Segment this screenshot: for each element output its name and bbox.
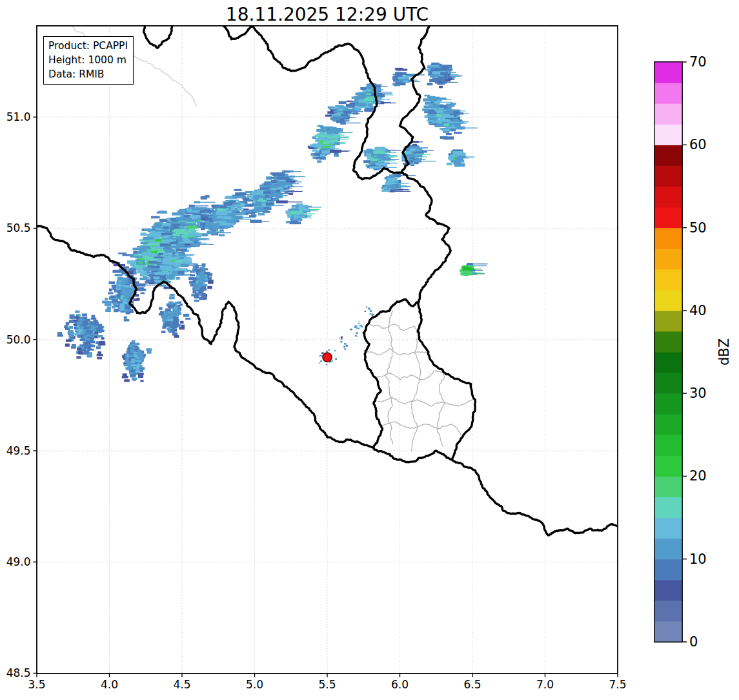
map-content xyxy=(37,24,619,674)
echo-cell xyxy=(159,307,163,310)
echo-cell xyxy=(86,330,92,333)
echo-cell xyxy=(440,108,445,110)
echo-cell xyxy=(140,380,143,382)
echo-cell xyxy=(403,80,409,83)
echo-cell xyxy=(179,257,184,259)
echo-cell xyxy=(366,307,367,308)
echo-cell xyxy=(165,309,171,312)
echo-cell xyxy=(91,318,97,320)
echo-streak xyxy=(186,236,192,236)
canton-border xyxy=(381,422,462,435)
echo-cell xyxy=(205,218,214,221)
echo-cell xyxy=(160,243,171,247)
echo-cell xyxy=(168,302,174,305)
echo-cell xyxy=(358,321,359,322)
map-plot xyxy=(37,26,618,674)
echo-cell xyxy=(188,277,194,280)
echo-streak xyxy=(287,201,303,202)
echo-streak xyxy=(394,183,409,184)
echo-cell xyxy=(107,307,112,309)
echo-cell xyxy=(199,297,205,300)
echo-cell xyxy=(127,291,131,293)
echo-cell xyxy=(443,129,450,132)
echo-cell xyxy=(398,77,405,79)
radar-echoes xyxy=(57,63,488,382)
echo-cell xyxy=(176,217,187,220)
echo-cell xyxy=(79,326,84,329)
country-border xyxy=(144,24,174,48)
echo-cell xyxy=(393,189,397,191)
echo-cell xyxy=(389,174,395,176)
echo-streak xyxy=(347,107,358,108)
echo-cell xyxy=(126,307,131,309)
echo-cell xyxy=(169,296,175,299)
info-box-height: Height: 1000 m xyxy=(48,53,128,67)
echo-cell xyxy=(146,348,152,351)
echo-cell xyxy=(130,374,136,376)
echo-cell xyxy=(136,370,141,373)
echo-streak xyxy=(231,203,240,204)
echo-cell xyxy=(116,274,122,276)
echo-cell xyxy=(359,325,361,327)
echo-cell xyxy=(361,87,367,90)
echo-cell xyxy=(85,319,90,322)
echo-cell xyxy=(70,317,76,319)
echo-cell xyxy=(271,180,278,183)
echo-streak xyxy=(329,130,340,131)
echo-cell xyxy=(341,338,343,339)
echo-cell xyxy=(321,352,323,354)
echo-streak xyxy=(445,106,454,107)
echo-cell xyxy=(143,276,147,278)
colorbar-segment xyxy=(654,103,682,125)
echo-cell xyxy=(179,327,185,330)
echo-cell xyxy=(89,345,95,347)
echo-cell xyxy=(339,101,347,105)
gridlines xyxy=(37,26,618,674)
echo-cell xyxy=(320,127,329,129)
echo-cell xyxy=(440,72,448,75)
echo-cell xyxy=(405,154,415,158)
colorbar-segment xyxy=(654,124,682,145)
echo-cell xyxy=(147,234,156,236)
echo-cell xyxy=(169,278,173,280)
echo-cell xyxy=(229,220,238,222)
echo-cell xyxy=(320,360,322,362)
echo-cell xyxy=(113,302,117,305)
echo-cell xyxy=(448,78,452,80)
echo-cell xyxy=(247,195,254,198)
echo-cell xyxy=(332,360,333,361)
echo-streak xyxy=(331,132,345,133)
echo-cell xyxy=(430,74,438,77)
echo-streak xyxy=(463,128,478,129)
echo-cell xyxy=(428,115,435,117)
echo-cell xyxy=(424,95,430,97)
colorbar-segment xyxy=(654,476,682,497)
radar-site-marker xyxy=(323,353,332,362)
echo-cell xyxy=(194,294,199,297)
echo-streak xyxy=(389,155,397,156)
echo-cell xyxy=(76,356,81,359)
echo-cell xyxy=(57,335,63,337)
colorbar-segment xyxy=(654,601,682,622)
echo-cell xyxy=(82,314,87,316)
echo-cell xyxy=(344,343,346,345)
echo-cell xyxy=(334,107,338,108)
echo-cell xyxy=(260,187,269,189)
echo-cell xyxy=(109,282,116,284)
echo-cell xyxy=(439,86,443,88)
echo-streak xyxy=(163,273,172,274)
echo-streak xyxy=(418,141,423,142)
echo-cell xyxy=(174,227,179,229)
echo-cell xyxy=(390,185,396,188)
colorbar-axis-label: dBZ xyxy=(716,329,732,375)
echo-cell xyxy=(321,150,329,154)
echo-streak xyxy=(235,213,248,214)
echo-cell xyxy=(365,311,366,312)
echo-cell xyxy=(99,330,105,332)
echo-cell xyxy=(267,198,271,200)
echo-cell xyxy=(372,87,381,90)
echo-cell xyxy=(367,157,372,160)
echo-cell xyxy=(153,276,159,279)
echo-cell xyxy=(334,155,339,157)
figure-title: 18.11.2025 12:29 UTC xyxy=(37,4,618,26)
